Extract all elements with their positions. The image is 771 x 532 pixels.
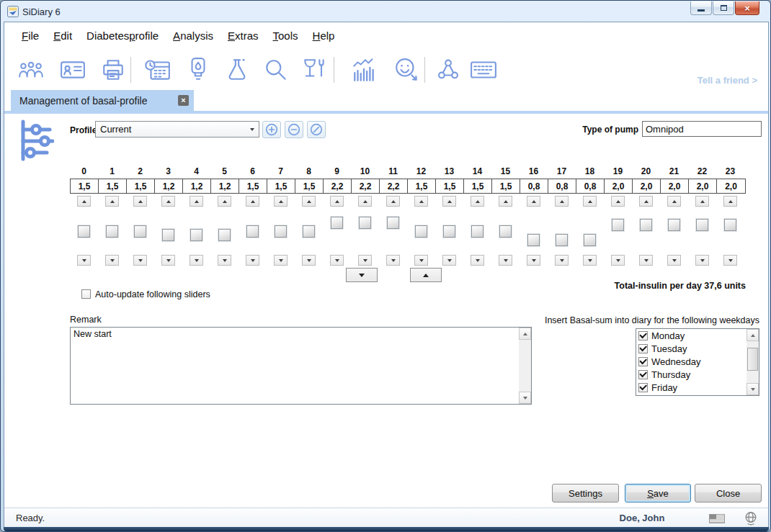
- slider-thumb[interactable]: [162, 229, 174, 241]
- slider-up-button[interactable]: [133, 196, 147, 207]
- slider-down-button[interactable]: [190, 255, 203, 266]
- edit-profile-button[interactable]: [307, 121, 326, 138]
- slider-down-button[interactable]: [218, 255, 231, 266]
- slider-up-button[interactable]: [471, 196, 484, 207]
- slider-down-button[interactable]: [133, 255, 147, 266]
- toolbar-keyboard-icon[interactable]: [469, 55, 498, 84]
- weekday-checkbox[interactable]: [638, 344, 648, 353]
- slider-thumb[interactable]: [303, 225, 315, 238]
- close-button[interactable]: Close: [695, 484, 762, 502]
- slider-down-button[interactable]: [246, 255, 259, 266]
- slider-down-button[interactable]: [583, 255, 597, 266]
- slider-up-button[interactable]: [302, 196, 316, 207]
- slider-thumb[interactable]: [275, 225, 287, 238]
- slider-up-button[interactable]: [583, 196, 597, 207]
- weekday-checkbox[interactable]: [638, 383, 648, 392]
- slider-thumb[interactable]: [640, 219, 652, 231]
- scroll-up-button[interactable]: [519, 328, 531, 340]
- basal-increase-button[interactable]: [410, 268, 442, 282]
- tab-close-button[interactable]: ×: [178, 95, 189, 106]
- slider-down-button[interactable]: [302, 255, 316, 266]
- toolbar-print-icon[interactable]: [99, 55, 128, 84]
- slider-down-button[interactable]: [77, 255, 91, 266]
- slider-thumb[interactable]: [134, 225, 146, 238]
- slider-up-button[interactable]: [190, 196, 203, 207]
- slider-thumb[interactable]: [443, 225, 455, 238]
- tab-management-basal-profile[interactable]: Management of basal-profile: [11, 90, 194, 112]
- slider-up-button[interactable]: [246, 196, 259, 207]
- toolbar-calendar-clock-icon[interactable]: [143, 55, 172, 84]
- remark-scrollbar[interactable]: [519, 328, 531, 404]
- slider-up-button[interactable]: [442, 196, 456, 207]
- menu-diabetesprofile[interactable]: Diabetesprofile: [79, 27, 166, 44]
- minimize-button[interactable]: [690, 1, 712, 15]
- slider-down-button[interactable]: [105, 255, 119, 266]
- menu-extras[interactable]: Extras: [220, 27, 266, 44]
- slider-up-button[interactable]: [667, 196, 681, 207]
- slider-thumb[interactable]: [359, 217, 371, 229]
- slider-down-button[interactable]: [414, 255, 428, 266]
- slider-down-button[interactable]: [695, 255, 709, 266]
- slider-up-button[interactable]: [639, 196, 653, 207]
- slider-up-button[interactable]: [527, 196, 540, 207]
- menu-file[interactable]: File: [14, 27, 46, 44]
- slider-thumb[interactable]: [556, 234, 568, 246]
- weekday-item-friday[interactable]: Friday: [636, 381, 759, 394]
- weekday-scrollbar[interactable]: [747, 329, 759, 395]
- slider-thumb[interactable]: [218, 229, 231, 241]
- menu-analysis[interactable]: Analysis: [166, 27, 220, 44]
- weekday-item-thursday[interactable]: Thursday: [636, 368, 759, 381]
- slider-down-button[interactable]: [358, 255, 372, 266]
- remark-textarea[interactable]: New start: [70, 327, 532, 405]
- toolbar-patient-card-icon[interactable]: [58, 55, 87, 84]
- basal-decrease-button[interactable]: [346, 268, 378, 282]
- slider-thumb[interactable]: [499, 225, 512, 238]
- slider-up-button[interactable]: [105, 196, 119, 207]
- slider-down-button[interactable]: [527, 255, 540, 266]
- slider-thumb[interactable]: [668, 219, 680, 231]
- slider-down-button[interactable]: [386, 255, 400, 266]
- weekday-checkbox[interactable]: [638, 370, 648, 379]
- slider-up-button[interactable]: [695, 196, 709, 207]
- settings-button[interactable]: Settings: [552, 484, 619, 502]
- toolbar-feedback-smiley-icon[interactable]: [392, 55, 421, 84]
- toolbar-share-icon[interactable]: [434, 55, 463, 84]
- slider-thumb[interactable]: [584, 234, 596, 246]
- slider-thumb[interactable]: [106, 225, 118, 238]
- toolbar-users-group-icon[interactable]: [17, 55, 45, 84]
- scroll-thumb[interactable]: [747, 348, 758, 371]
- tell-a-friend-link[interactable]: Tell a friend >: [664, 75, 757, 86]
- slider-down-button[interactable]: [639, 255, 653, 266]
- slider-up-button[interactable]: [218, 196, 231, 207]
- slider-thumb[interactable]: [190, 229, 202, 241]
- slider-up-button[interactable]: [77, 196, 91, 207]
- slider-up-button[interactable]: [386, 196, 400, 207]
- close-window-button[interactable]: ×: [735, 1, 759, 15]
- slider-down-button[interactable]: [611, 255, 625, 266]
- scroll-up-button[interactable]: [747, 329, 759, 341]
- slider-down-button[interactable]: [161, 255, 175, 266]
- slider-thumb[interactable]: [527, 234, 540, 246]
- slider-thumb[interactable]: [246, 225, 259, 238]
- slider-thumb[interactable]: [612, 219, 624, 231]
- slider-thumb[interactable]: [471, 225, 483, 238]
- slider-down-button[interactable]: [499, 255, 512, 266]
- slider-thumb[interactable]: [331, 217, 343, 229]
- slider-thumb[interactable]: [696, 219, 708, 231]
- maximize-button[interactable]: [713, 1, 734, 15]
- slider-down-button[interactable]: [471, 255, 484, 266]
- weekday-item-wednesday[interactable]: Wednesday: [636, 355, 759, 368]
- auto-update-checkbox[interactable]: [81, 289, 91, 299]
- weekday-checkbox[interactable]: [638, 357, 648, 366]
- slider-thumb[interactable]: [387, 217, 399, 229]
- slider-up-button[interactable]: [330, 196, 344, 207]
- weekday-item-tuesday[interactable]: Tuesday: [636, 342, 759, 355]
- slider-up-button[interactable]: [414, 196, 428, 207]
- slider-up-button[interactable]: [358, 196, 372, 207]
- slider-thumb[interactable]: [415, 225, 427, 238]
- slider-up-button[interactable]: [161, 196, 175, 207]
- slider-thumb[interactable]: [724, 219, 736, 231]
- menu-edit[interactable]: Edit: [46, 27, 79, 44]
- profile-select[interactable]: Current: [95, 121, 259, 137]
- weekday-checkbox[interactable]: [638, 331, 648, 341]
